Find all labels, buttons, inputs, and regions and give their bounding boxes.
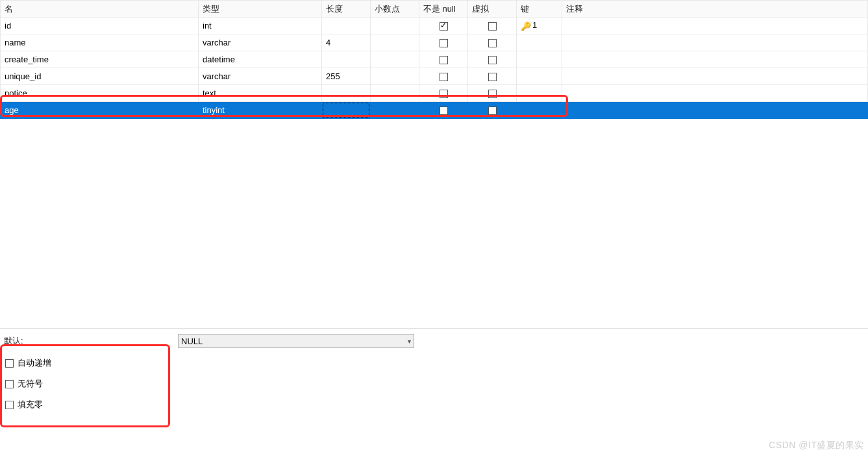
cell-name[interactable]: name [1,34,199,51]
cell-comment[interactable] [562,102,868,119]
cell-notnull[interactable] [419,85,468,102]
unsigned-row[interactable]: 无符号 [5,378,864,390]
field-options: 自动递增 无符号 填充零 [4,357,864,410]
zerofill-checkbox[interactable] [5,401,14,409]
header-comment[interactable]: 注释 [562,1,868,18]
notnull-checkbox[interactable] [440,22,448,31]
cell-name[interactable]: unique_id [1,68,199,85]
cell-notnull[interactable] [419,34,468,51]
cell-notnull[interactable] [419,51,468,68]
table-row[interactable]: agetinyint [1,102,868,119]
cell-name[interactable]: create_time [1,51,199,68]
table-row[interactable]: unique_idvarchar255 [1,68,868,85]
unsigned-checkbox[interactable] [5,380,14,388]
cell-decimal[interactable] [371,102,419,119]
header-virtual[interactable]: 虚拟 [468,1,517,18]
cell-key[interactable] [517,68,562,85]
cell-key[interactable] [517,102,562,119]
cell-type[interactable]: text [199,85,322,102]
header-decimal[interactable]: 小数点 [371,1,419,18]
cell-comment[interactable] [562,85,868,102]
cell-virtual[interactable] [468,18,517,34]
cell-length[interactable]: 4 [322,34,371,51]
cell-length[interactable]: 255 [322,68,371,85]
notnull-checkbox[interactable] [440,90,448,98]
virtual-checkbox[interactable] [488,22,497,31]
header-notnull[interactable]: 不是 null [419,1,468,18]
auto-increment-checkbox[interactable] [5,359,14,368]
table-row[interactable]: idint🔑1 [1,18,868,34]
cell-name[interactable]: age [1,102,199,119]
table-row[interactable]: namevarchar4 [1,34,868,51]
zerofill-row[interactable]: 填充零 [5,399,864,410]
cell-comment[interactable] [562,18,868,34]
cell-name[interactable]: id [1,18,199,34]
header-length[interactable]: 长度 [322,1,371,18]
header-row: 名 类型 长度 小数点 不是 null 虚拟 键 注释 [1,1,868,18]
cell-virtual[interactable] [468,102,517,119]
cell-notnull[interactable] [419,68,468,85]
cell-comment[interactable] [562,34,868,51]
cell-key[interactable]: 🔑1 [517,18,562,34]
header-name[interactable]: 名 [1,1,199,18]
cell-length[interactable] [322,102,371,119]
cell-length[interactable] [322,85,371,102]
cell-key[interactable] [517,34,562,51]
cell-virtual[interactable] [468,85,517,102]
cell-type[interactable]: tinyint [199,102,322,119]
cell-type[interactable]: varchar [199,34,322,51]
notnull-checkbox[interactable] [440,39,448,47]
auto-increment-row[interactable]: 自动递增 [5,357,864,369]
cell-comment[interactable] [562,68,868,85]
cell-virtual[interactable] [468,68,517,85]
virtual-checkbox[interactable] [488,90,497,98]
virtual-checkbox[interactable] [488,73,497,81]
notnull-checkbox[interactable] [440,56,448,64]
cell-type[interactable]: datetime [199,51,322,68]
cell-decimal[interactable] [371,68,419,85]
zerofill-label: 填充零 [18,399,43,410]
cell-length[interactable] [322,18,371,34]
default-select[interactable]: NULL ▾ [178,334,414,348]
virtual-checkbox[interactable] [488,107,497,115]
cell-key[interactable] [517,51,562,68]
default-row: 默认: NULL ▾ [4,334,864,348]
cell-decimal[interactable] [371,18,419,34]
default-value: NULL [181,336,203,346]
notnull-checkbox[interactable] [440,73,448,81]
watermark-text: CSDN @IT盛夏的果实 [769,440,864,451]
virtual-checkbox[interactable] [488,39,497,47]
unsigned-label: 无符号 [18,378,43,390]
fields-table[interactable]: 名 类型 长度 小数点 不是 null 虚拟 键 注释 idint🔑1namev… [0,0,868,119]
chevron-down-icon: ▾ [408,338,411,345]
notnull-checkbox[interactable] [440,107,448,115]
table-row[interactable]: noticetext [1,85,868,102]
key-number: 1 [532,20,537,30]
cell-notnull[interactable] [419,18,468,34]
cell-notnull[interactable] [419,102,468,119]
cell-comment[interactable] [562,51,868,68]
cell-virtual[interactable] [468,51,517,68]
header-key[interactable]: 键 [517,1,562,18]
header-type[interactable]: 类型 [199,1,322,18]
cell-virtual[interactable] [468,34,517,51]
cell-type[interactable]: int [199,18,322,34]
cell-decimal[interactable] [371,85,419,102]
table-row[interactable]: create_timedatetime [1,51,868,68]
cell-key[interactable] [517,85,562,102]
virtual-checkbox[interactable] [488,56,497,64]
cell-decimal[interactable] [371,51,419,68]
auto-increment-label: 自动递增 [18,357,51,369]
cell-type[interactable]: varchar [199,68,322,85]
cell-name[interactable]: notice [1,85,199,102]
cell-length[interactable] [322,51,371,68]
key-icon: 🔑 [521,21,531,31]
field-properties-panel: 默认: NULL ▾ 自动递增 无符号 填充零 [0,328,868,416]
cell-decimal[interactable] [371,34,419,51]
default-label: 默认: [4,335,178,347]
